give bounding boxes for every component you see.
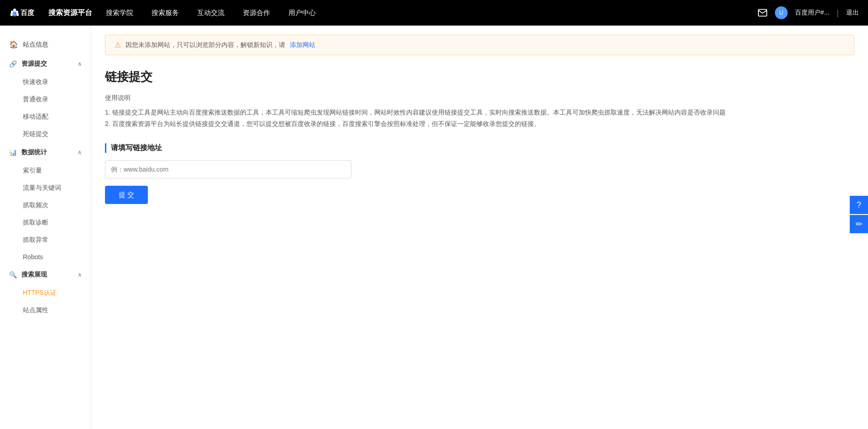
mail-icon[interactable] bbox=[758, 8, 768, 18]
form-section-title: 请填写链接地址 bbox=[105, 143, 854, 153]
sidebar-item-mobile-adapt[interactable]: 移动适配 bbox=[0, 108, 91, 126]
main-content: ⚠ 因您未添加网站，只可以浏览部分内容，解锁新知识，请 添加网站 链接提交 使用… bbox=[91, 26, 868, 429]
sidebar-item-robots[interactable]: Robots bbox=[0, 249, 91, 265]
nav-search-academy[interactable]: 搜索学院 bbox=[106, 9, 133, 17]
chevron-up-icon-stats: ∧ bbox=[78, 149, 82, 156]
sidebar-item-index-count[interactable]: 索引量 bbox=[0, 162, 91, 179]
page-layout: 🏠 站点信息 🔗 资源提交 ∧ 快速收录 普通收录 移动适配 死链提交 📊 bbox=[0, 26, 868, 429]
avatar[interactable]: U bbox=[775, 6, 788, 19]
sidebar-item-fast-index[interactable]: 快速收录 bbox=[0, 73, 91, 91]
nav-resource-coop[interactable]: 资源合作 bbox=[243, 9, 270, 17]
chevron-up-icon-display: ∧ bbox=[78, 272, 82, 278]
nav-user-center[interactable]: 用户中心 bbox=[288, 9, 316, 17]
svg-point-4 bbox=[10, 13, 13, 16]
nav-search-service[interactable]: 搜索服务 bbox=[152, 9, 179, 17]
main-nav: 搜索学院 搜索服务 互动交流 资源合作 用户中心 bbox=[106, 9, 758, 17]
sidebar-item-normal-index[interactable]: 普通收录 bbox=[0, 91, 91, 108]
resource-submit-label: 资源提交 bbox=[21, 60, 47, 68]
svg-point-5 bbox=[16, 13, 19, 16]
description-1: 1. 链接提交工具是网站主动向百度搜索推送数据的工具，本工具可缩短爬虫发现网站链… bbox=[105, 107, 854, 118]
add-site-link[interactable]: 添加网站 bbox=[290, 41, 315, 49]
section-left: 🔗 资源提交 bbox=[9, 60, 47, 68]
submit-button[interactable]: 提 交 bbox=[105, 186, 148, 204]
warning-banner: ⚠ 因您未添加网站，只可以浏览部分内容，解锁新知识，请 添加网站 bbox=[105, 35, 854, 55]
sidebar-section-search-display[interactable]: 🔍 搜索展现 ∧ bbox=[0, 265, 91, 284]
sidebar-section-data-stats[interactable]: 📊 数据统计 ∧ bbox=[0, 143, 91, 162]
instructions-section: 使用说明 1. 链接提交工具是网站主动向百度搜索推送数据的工具，本工具可缩短爬虫… bbox=[105, 94, 854, 130]
top-navbar: 百度 搜索资源平台 搜索学院 搜索服务 互动交流 资源合作 用户中心 U 百度用… bbox=[0, 0, 868, 26]
search-display-label: 搜索展现 bbox=[21, 271, 47, 279]
page-title: 链接提交 bbox=[105, 69, 854, 85]
resource-icon: 🔗 bbox=[9, 60, 17, 68]
sidebar-item-crawl-diag[interactable]: 抓取诊断 bbox=[0, 214, 91, 231]
sidebar-section-resource-submit[interactable]: 🔗 资源提交 ∧ bbox=[0, 54, 91, 73]
stats-left: 📊 数据统计 bbox=[9, 148, 47, 157]
sidebar-item-dead-link[interactable]: 死链提交 bbox=[0, 126, 91, 143]
home-icon: 🏠 bbox=[9, 40, 18, 49]
display-left: 🔍 搜索展现 bbox=[9, 271, 47, 279]
svg-text:百度: 百度 bbox=[21, 9, 35, 16]
nav-divider: | bbox=[837, 8, 839, 18]
username-label: 百度用户#... bbox=[795, 9, 829, 17]
sidebar-item-crawl-anomaly[interactable]: 抓取异常 bbox=[0, 231, 91, 249]
sidebar: 🏠 站点信息 🔗 资源提交 ∧ 快速收录 普通收录 移动适配 死链提交 📊 bbox=[0, 26, 91, 429]
header-right: U 百度用户#... | 退出 bbox=[758, 6, 859, 19]
data-stats-label: 数据统计 bbox=[21, 148, 47, 157]
url-input[interactable] bbox=[105, 160, 351, 178]
sidebar-item-https-cert[interactable]: HTTPS认证 bbox=[0, 284, 91, 302]
sidebar-item-crawl-freq[interactable]: 抓取频次 bbox=[0, 197, 91, 214]
warning-text: 因您未添加网站，只可以浏览部分内容，解锁新知识，请 bbox=[125, 41, 285, 49]
sidebar-item-site-attr[interactable]: 站点属性 bbox=[0, 302, 91, 319]
sidebar-item-site-info[interactable]: 🏠 站点信息 bbox=[0, 35, 91, 54]
description-2: 2. 百度搜索资源平台为站长提供链接提交交通道，您可以提交想被百度收录的链接，百… bbox=[105, 118, 854, 130]
logo[interactable]: 百度 搜索资源平台 bbox=[9, 6, 92, 19]
platform-label: 搜索资源平台 bbox=[48, 8, 92, 18]
feedback-button[interactable]: ✏ bbox=[850, 215, 868, 233]
help-button[interactable]: ? bbox=[850, 196, 868, 214]
svg-point-3 bbox=[12, 11, 16, 16]
sidebar-item-traffic-keyword[interactable]: 流量与关键词 bbox=[0, 179, 91, 197]
nav-interaction[interactable]: 互动交流 bbox=[197, 9, 225, 17]
chevron-up-icon: ∧ bbox=[78, 61, 82, 67]
site-info-label: 站点信息 bbox=[23, 41, 48, 49]
search-display-icon: 🔍 bbox=[9, 271, 17, 278]
logout-button[interactable]: 退出 bbox=[846, 9, 859, 17]
floating-buttons: ? ✏ bbox=[850, 196, 868, 233]
form-section: 请填写链接地址 提 交 bbox=[105, 143, 854, 204]
usage-label: 使用说明 bbox=[105, 94, 854, 102]
warning-icon: ⚠ bbox=[115, 41, 121, 49]
chart-icon: 📊 bbox=[9, 149, 17, 156]
